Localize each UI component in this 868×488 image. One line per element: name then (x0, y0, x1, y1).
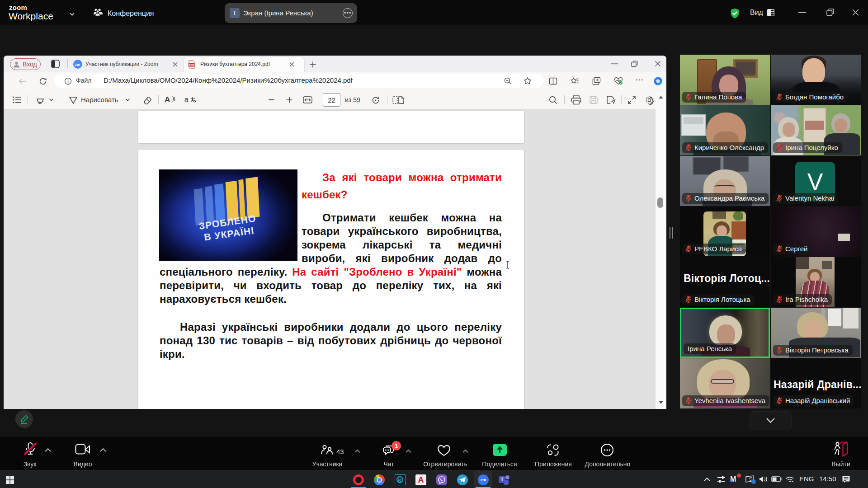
svg-text:PDF: PDF (189, 63, 194, 66)
